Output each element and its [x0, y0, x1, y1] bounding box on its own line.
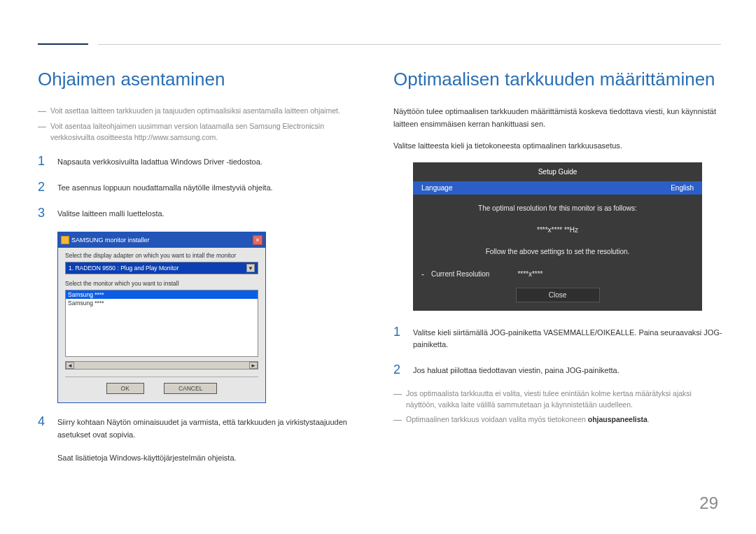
osd-close-button[interactable]: Close [516, 288, 600, 302]
divider [65, 377, 258, 377]
osd-language-value: English [671, 184, 694, 192]
osd-message: The optimal resolution for this monitor … [413, 204, 702, 212]
list-item[interactable]: Samsung **** [66, 299, 258, 307]
osd-title: Setup Guide [413, 162, 702, 181]
step-row: 2 Tee asennus loppuun noudattamalla näyt… [38, 180, 367, 195]
right-note-2: Optimaalinen tarkkuus voidaan valita myö… [393, 414, 722, 426]
step-number: 1 [38, 154, 48, 169]
scroll-left-icon[interactable]: ◄ [66, 362, 74, 369]
osd-message: Follow the above settings to set the res… [413, 248, 702, 255]
right-heading: Optimaalisen tarkkuuden määrittäminen [393, 69, 722, 90]
step-text: Napsauta verkkosivuilta ladattua Windows… [57, 154, 262, 169]
adapter-select[interactable]: 1. RADEON 9550 : Plug and Play Monitor ▼ [65, 262, 258, 274]
close-icon[interactable]: × [253, 235, 262, 245]
list-item[interactable]: Samsung **** [66, 290, 258, 299]
step-number: 4 [38, 414, 48, 441]
left-note-1: Voit asettaa laitteen tarkkuuden ja taaj… [38, 106, 367, 117]
chevron-down-icon[interactable]: ▼ [246, 264, 255, 272]
scroll-right-icon[interactable]: ► [249, 362, 258, 369]
right-note-1: Jos optimaalista tarkkuutta ei valita, v… [393, 388, 722, 411]
installer-title-left: SAMSUNG monitor installer [61, 236, 150, 244]
installer-title-text: SAMSUNG monitor installer [71, 237, 150, 244]
step-text: Tee asennus loppuun noudattamalla näytöl… [57, 180, 273, 195]
osd-current-value: ****x**** [517, 270, 542, 278]
bullet-icon: - [421, 269, 424, 279]
step-text: Jos haluat piilottaa tiedottavan viestin… [413, 363, 620, 377]
right-para-2: Valitse laitteesta kieli ja tietokoneest… [393, 140, 722, 153]
step-row: 2 Jos haluat piilottaa tiedottavan viest… [393, 363, 722, 377]
installer-body: Select the display adapter on which you … [58, 248, 265, 402]
step-number: 1 [393, 325, 403, 351]
step-text: Valitse laitteen malli luettelosta. [57, 206, 164, 220]
step-number: 2 [38, 180, 48, 195]
adapter-select-value: 1. RADEON 9550 : Plug and Play Monitor [69, 265, 178, 272]
step-number: 3 [38, 206, 48, 220]
right-column: Optimaalisen tarkkuuden määrittäminen Nä… [393, 69, 722, 465]
note-strong: ohjauspaneelista [588, 415, 648, 423]
osd-current-row: - Current Resolution ****x**** [413, 269, 702, 279]
note-text: . [648, 415, 650, 423]
installer-label-2: Select the monitor which you want to ins… [65, 280, 258, 287]
content-columns: Ohjaimen asentaminen Voit asettaa laitte… [38, 69, 722, 465]
header-rule-long [98, 44, 721, 45]
page-number: 29 [699, 493, 718, 513]
left-heading: Ohjaimen asentaminen [38, 69, 367, 90]
step-row: 4 Siirry kohtaan Näytön ominaisuudet ja … [38, 414, 367, 441]
osd-language-row[interactable]: Language English [413, 181, 702, 195]
step-subtext: Saat lisätietoja Windows-käyttöjärjestel… [38, 452, 367, 465]
header-rule-short [38, 43, 88, 45]
installer-window: SAMSUNG monitor installer × Select the d… [57, 232, 266, 403]
installer-label-1: Select the display adapter on which you … [65, 252, 258, 259]
osd-panel: Setup Guide Language English The optimal… [413, 162, 702, 311]
step-text: Valitse kieli siirtämällä JOG-painiketta… [413, 325, 722, 351]
monitor-list[interactable]: Samsung **** Samsung **** [65, 290, 258, 357]
installer-button-row: OK CANCEL [65, 383, 258, 394]
note-text: Optimaalinen tarkkuus voidaan valita myö… [406, 415, 588, 423]
step-row: 1 Napsauta verkkosivuilta ladattua Windo… [38, 154, 367, 169]
osd-current-label: Current Resolution [431, 270, 489, 278]
step-text: Siirry kohtaan Näytön ominaisuudet ja va… [57, 414, 367, 441]
left-column: Ohjaimen asentaminen Voit asettaa laitte… [38, 69, 367, 465]
step-number: 2 [393, 363, 403, 377]
left-note-2: Voit asentaa laiteohjaimen uusimman vers… [38, 121, 367, 143]
right-para-1: Näyttöön tulee optimaalisen tarkkuuden m… [393, 106, 722, 130]
step-row: 1 Valitse kieli siirtämällä JOG-painiket… [393, 325, 722, 351]
step-row: 3 Valitse laitteen malli luettelosta. [38, 206, 367, 220]
app-icon [61, 236, 69, 244]
cancel-button[interactable]: CANCEL [164, 383, 217, 394]
scrollbar-horizontal[interactable]: ◄ ► [65, 361, 258, 370]
installer-titlebar: SAMSUNG monitor installer × [58, 232, 265, 248]
osd-message: ****x**** **Hz [413, 226, 702, 234]
osd-language-label: Language [421, 184, 453, 192]
ok-button[interactable]: OK [106, 383, 144, 394]
